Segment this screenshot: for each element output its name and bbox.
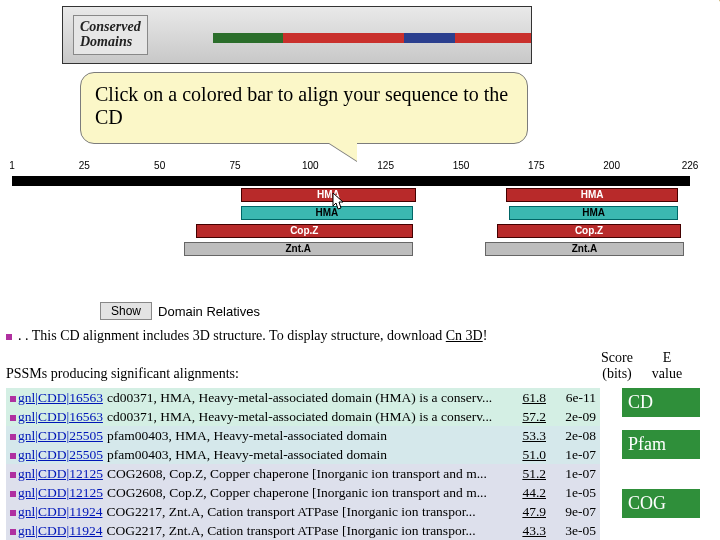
hit-score[interactable]: 44.2 [506, 485, 546, 501]
hit-id-link[interactable]: gnl|CDD|25505 [18, 447, 103, 463]
position-ruler: 1255075100125150175200226 [12, 160, 690, 174]
bullet-icon [10, 434, 16, 440]
hit-evalue: 1e-07 [546, 466, 596, 482]
hit-evalue: 6e-11 [546, 390, 596, 406]
bullet-icon [10, 396, 16, 402]
ruler-tick: 175 [528, 160, 545, 171]
ruler-tick: 200 [603, 160, 620, 171]
group-tag-cog: COG [622, 489, 700, 518]
hint-tooltip: Click on a colored bar to align your seq… [80, 72, 528, 144]
pssm-header-label: PSSMs producing significant alignments: [6, 366, 592, 382]
cn3d-link[interactable]: Cn 3D [446, 328, 483, 343]
hit-desc: COG2608, Cop.Z, Copper chaperone [Inorga… [107, 485, 506, 501]
hit-score[interactable]: 47.9 [506, 504, 546, 520]
domain-bar[interactable]: Cop.Z [497, 224, 681, 238]
pssm-header-score: Score (bits) [592, 350, 642, 382]
hit-score[interactable]: 43.3 [506, 523, 546, 539]
hits-table: gnl|CDD|16563 cd00371, HMA, Heavy-metal-… [6, 388, 600, 540]
banner-label: Conserved Domains [73, 15, 148, 54]
hit-id-link[interactable]: gnl|CDD|16563 [18, 409, 103, 425]
bullet-icon [10, 453, 16, 459]
cn3d-note: . . This CD alignment includes 3D struct… [6, 328, 720, 344]
bullet-icon [10, 510, 16, 516]
domain-track-row: Cop.ZCop.Z [12, 222, 690, 240]
hit-id-link[interactable]: gnl|CDD|16563 [18, 390, 103, 406]
ruler-tick: 100 [302, 160, 319, 171]
conserved-domains-banner: Conserved Domains [62, 6, 532, 64]
domain-track-row: HMAHMA [12, 204, 690, 222]
hit-desc: COG2217, Znt.A, Cation transport ATPase … [106, 504, 506, 520]
hit-desc: COG2217, Znt.A, Cation transport ATPase … [106, 523, 506, 539]
bullet-icon [6, 334, 12, 340]
ruler-tick: 1 [9, 160, 15, 171]
hit-id-link[interactable]: gnl|CDD|25505 [18, 428, 103, 444]
pssm-header: PSSMs producing significant alignments: … [0, 350, 720, 384]
hit-id-link[interactable]: gnl|CDD|12125 [18, 485, 103, 501]
group-tag-pfam: Pfam [622, 430, 700, 459]
hit-row: gnl|CDD|16563 cd00371, HMA, Heavy-metal-… [6, 388, 600, 407]
bullet-icon [10, 472, 16, 478]
hit-row: gnl|CDD|25505 pfam00403, HMA, Heavy-meta… [6, 445, 600, 464]
hit-desc: cd00371, HMA, Heavy-metal-associated dom… [107, 390, 506, 406]
query-sequence-bar [12, 176, 690, 186]
hit-evalue: 1e-07 [546, 447, 596, 463]
show-label: Domain Relatives [158, 304, 260, 319]
hit-score[interactable]: 57.2 [506, 409, 546, 425]
ruler-tick: 75 [229, 160, 240, 171]
bullet-icon [10, 529, 16, 535]
pssm-header-evalue: E value [642, 350, 692, 382]
hit-evalue: 2e-09 [546, 409, 596, 425]
hit-desc: cd00371, HMA, Heavy-metal-associated dom… [107, 409, 506, 425]
banner-color-strip [213, 33, 531, 43]
show-relatives-row: Show Domain Relatives [100, 302, 720, 320]
hit-desc: pfam00403, HMA, Heavy-metal-associated d… [107, 428, 506, 444]
domain-graphic: 1255075100125150175200226 HMAHMAHMAHMACo… [0, 160, 720, 296]
hit-evalue: 1e-05 [546, 485, 596, 501]
ruler-tick: 50 [154, 160, 165, 171]
domain-bar[interactable]: HMA [509, 206, 678, 220]
show-button[interactable]: Show [100, 302, 152, 320]
hit-desc: COG2608, Cop.Z, Copper chaperone [Inorga… [107, 466, 506, 482]
domain-bar[interactable]: Znt.A [184, 242, 413, 256]
hit-id-link[interactable]: gnl|CDD|11924 [18, 523, 102, 539]
note-tail: ! [483, 328, 488, 343]
pointer-cursor-icon [330, 192, 346, 212]
hit-evalue: 9e-07 [546, 504, 596, 520]
domain-bar[interactable]: Znt.A [485, 242, 684, 256]
hit-score[interactable]: 61.8 [506, 390, 546, 406]
ruler-tick: 150 [453, 160, 470, 171]
bullet-icon [10, 491, 16, 497]
hit-id-link[interactable]: gnl|CDD|11924 [18, 504, 102, 520]
ruler-tick: 226 [682, 160, 699, 171]
hit-score[interactable]: 53.3 [506, 428, 546, 444]
domain-bar[interactable]: HMA [506, 188, 678, 202]
domain-bar[interactable]: HMA [241, 206, 413, 220]
hit-row: gnl|CDD|16563 cd00371, HMA, Heavy-metal-… [6, 407, 600, 426]
hit-row: gnl|CDD|12125 COG2608, Cop.Z, Copper cha… [6, 483, 600, 502]
ruler-tick: 25 [79, 160, 90, 171]
bullet-icon [10, 415, 16, 421]
note-text: . . This CD alignment includes 3D struct… [18, 328, 446, 343]
hit-score[interactable]: 51.2 [506, 466, 546, 482]
hit-row: gnl|CDD|25505 pfam00403, HMA, Heavy-meta… [6, 426, 600, 445]
brand-vertical: NCBI Field.Guide [714, 0, 720, 4]
domain-bar[interactable]: Cop.Z [196, 224, 413, 238]
hit-id-link[interactable]: gnl|CDD|12125 [18, 466, 103, 482]
hit-desc: pfam00403, HMA, Heavy-metal-associated d… [107, 447, 506, 463]
hit-row: gnl|CDD|11924 COG2217, Znt.A, Cation tra… [6, 502, 600, 521]
domain-track-row: HMAHMA [12, 186, 690, 204]
hit-row: gnl|CDD|12125 COG2608, Cop.Z, Copper cha… [6, 464, 600, 483]
hit-score[interactable]: 51.0 [506, 447, 546, 463]
ruler-tick: 125 [377, 160, 394, 171]
brand-fieldguide: Field.Guide [715, 0, 720, 4]
domain-bar[interactable]: HMA [241, 188, 416, 202]
hit-evalue: 3e-05 [546, 523, 596, 539]
group-tag-cd: CD [622, 388, 700, 417]
hit-row: gnl|CDD|11924 COG2217, Znt.A, Cation tra… [6, 521, 600, 540]
hit-evalue: 2e-08 [546, 428, 596, 444]
domain-track-row: Znt.AZnt.A [12, 240, 690, 258]
